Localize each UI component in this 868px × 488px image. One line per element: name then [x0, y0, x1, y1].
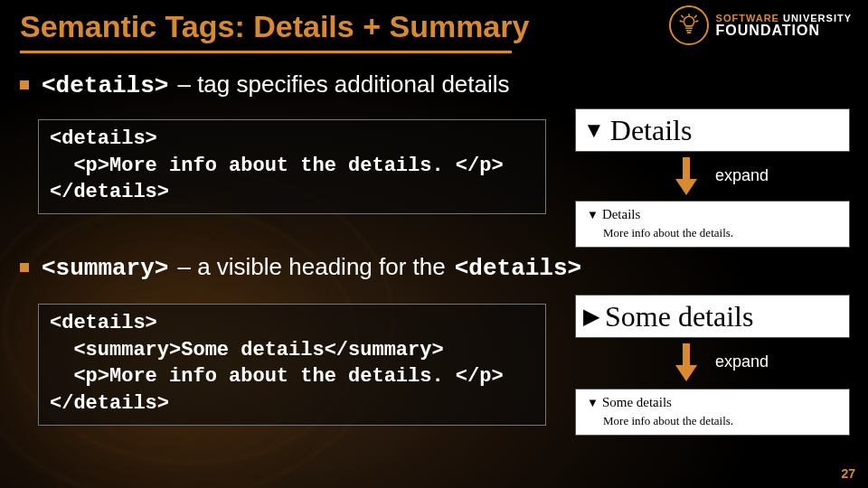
bullet-square-icon — [20, 80, 29, 89]
preview1-label: Details — [610, 114, 693, 147]
bullet-details: <details> – tag specifies additional det… — [20, 70, 510, 99]
preview-summary-expanded: ▼ Some details More info about the detai… — [575, 389, 850, 436]
logo-software: SOFTWARE — [716, 13, 779, 23]
bullet-square-icon — [20, 263, 29, 272]
logo-foundation: FOUNDATION — [716, 23, 852, 38]
bullet1-sep: – — [177, 70, 197, 98]
brand-logo: SOFTWARE UNIVERSITY FOUNDATION — [669, 5, 852, 45]
logo-university: UNIVERSITY — [779, 13, 852, 23]
preview-summary-collapsed: ▶ Some details — [575, 295, 850, 338]
triangle-down-icon: ▼ — [587, 209, 599, 221]
details-tag-literal: <details> — [42, 72, 168, 99]
svg-marker-3 — [675, 365, 697, 381]
code-example-details: <details> <p>More info about the details… — [38, 119, 546, 214]
preview2-label: Details — [602, 205, 641, 223]
triangle-right-icon: ▶ — [583, 305, 599, 327]
code-example-summary: <details> <summary>Some details</summary… — [38, 304, 546, 426]
triangle-down-icon: ▼ — [583, 119, 605, 141]
svg-rect-0 — [683, 157, 690, 179]
preview-details-expanded: ▼ Details More info about the details. — [575, 201, 850, 248]
bullet2-sep: – — [177, 253, 197, 280]
arrow-down-icon — [673, 155, 700, 201]
title-underline — [20, 51, 512, 53]
svg-marker-1 — [675, 179, 697, 195]
page-number: 27 — [841, 466, 855, 481]
preview4-body: More info about the details. — [603, 413, 842, 429]
bullet2-desc: a visible heading for the — [197, 253, 446, 280]
preview4-label: Some details — [602, 393, 672, 411]
preview3-label: Some details — [605, 300, 753, 333]
lightbulb-icon — [669, 5, 709, 45]
expand-indicator-1 — [673, 155, 700, 201]
preview2-body: More info about the details. — [603, 225, 842, 241]
triangle-down-icon: ▼ — [587, 397, 599, 408]
arrow-down-icon — [673, 342, 700, 387]
logo-line1: SOFTWARE UNIVERSITY — [716, 14, 852, 23]
summary-tag-literal: <summary> — [42, 255, 168, 282]
svg-rect-2 — [683, 343, 690, 365]
expand-indicator-2 — [673, 342, 700, 387]
expand-label-2: expand — [715, 352, 769, 371]
preview-details-collapsed: ▼ Details — [575, 108, 850, 152]
bullet-summary: <summary> – a visible heading for the <d… — [20, 253, 581, 282]
expand-label-1: expand — [715, 166, 769, 185]
slide-title: Semantic Tags: Details + Summary — [20, 9, 529, 44]
details-tag-literal-2: <details> — [455, 255, 581, 282]
bullet1-desc: tag specifies additional details — [197, 70, 509, 98]
